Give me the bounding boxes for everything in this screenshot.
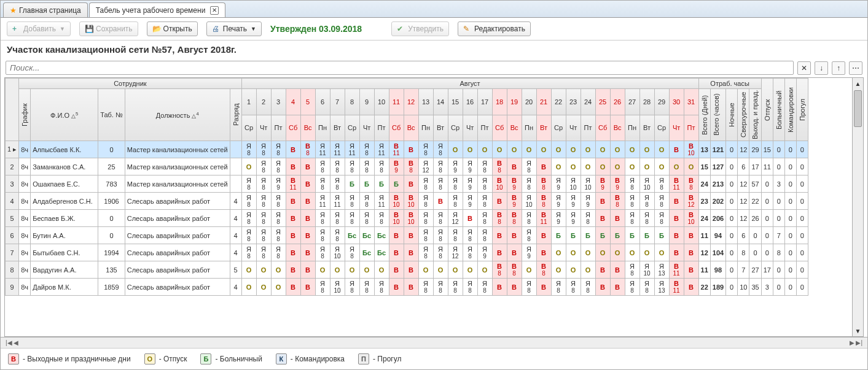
day-cell[interactable]: Я10 — [639, 175, 654, 193]
day-cell[interactable]: В9 — [389, 158, 404, 175]
day-cell[interactable]: Я8 — [625, 261, 639, 279]
day-cell[interactable]: О — [566, 244, 581, 261]
day-cell[interactable]: О — [433, 261, 448, 279]
day-cell[interactable]: Я8 — [418, 141, 433, 158]
day-cell[interactable]: В — [389, 261, 404, 279]
day-cell[interactable]: О — [463, 261, 477, 279]
day-cell[interactable]: Я8 — [477, 193, 492, 210]
day-cell[interactable]: О — [595, 141, 610, 158]
day-cell[interactable]: О — [241, 158, 256, 175]
day-cell[interactable]: Б — [374, 175, 389, 193]
day-cell[interactable]: Я11 — [315, 141, 330, 158]
edit-button[interactable]: ✎Редактировать — [458, 21, 531, 36]
day-cell[interactable]: Я8 — [522, 279, 536, 296]
day-cell[interactable]: Я8 — [330, 227, 345, 244]
day-cell[interactable]: О — [639, 158, 654, 175]
day-cell[interactable]: О — [359, 261, 374, 279]
day-cell[interactable]: Я8 — [271, 244, 286, 261]
day-cell[interactable]: Я8 — [345, 279, 359, 296]
day-cell[interactable]: В — [433, 193, 448, 210]
print-button[interactable]: 🖨Печать▼ — [206, 21, 262, 36]
day-cell[interactable]: О — [625, 244, 639, 261]
table-row[interactable]: 68чБутин А.А.0Слесарь аварийных работ4Я8… — [6, 227, 808, 244]
day-cell[interactable]: В8 — [536, 175, 551, 193]
day-cell[interactable]: О — [610, 141, 625, 158]
day-cell[interactable]: Я9 — [581, 193, 595, 210]
day-cell[interactable]: В8 — [300, 141, 315, 158]
add-button[interactable]: +Добавить▼ — [7, 21, 71, 36]
day-cell[interactable]: Я11 — [374, 193, 389, 210]
day-cell[interactable]: Я12 — [448, 244, 463, 261]
day-cell[interactable]: Бс — [359, 244, 374, 261]
day-cell[interactable]: В — [286, 158, 300, 175]
day-cell[interactable]: Я8 — [477, 210, 492, 227]
day-cell[interactable]: Я8 — [639, 279, 654, 296]
day-cell[interactable]: Я9 — [551, 193, 566, 210]
day-cell[interactable]: В — [300, 261, 315, 279]
day-cell[interactable]: О — [581, 141, 595, 158]
day-cell[interactable]: В8 — [684, 175, 698, 193]
day-cell[interactable]: О — [463, 141, 477, 158]
day-cell[interactable]: Я9 — [477, 244, 492, 261]
day-cell[interactable]: Я8 — [315, 158, 330, 175]
day-cell[interactable]: В8 — [536, 261, 551, 279]
day-cell[interactable]: Я9 — [566, 210, 581, 227]
day-cell[interactable]: Я8 — [448, 175, 463, 193]
day-cell[interactable]: В11 — [669, 261, 684, 279]
day-cell[interactable]: Я8 — [359, 279, 374, 296]
day-cell[interactable]: Я8 — [315, 227, 330, 244]
day-cell[interactable]: Я8 — [241, 244, 256, 261]
day-cell[interactable]: Я8 — [256, 193, 271, 210]
day-cell[interactable]: Я8 — [345, 158, 359, 175]
day-cell[interactable]: В — [300, 158, 315, 175]
day-cell[interactable]: О — [492, 141, 507, 158]
day-cell[interactable]: О — [241, 261, 256, 279]
day-cell[interactable]: О — [566, 261, 581, 279]
day-cell[interactable]: Бс — [345, 227, 359, 244]
day-cell[interactable]: О — [522, 261, 536, 279]
day-cell[interactable]: Я8 — [625, 175, 639, 193]
day-cell[interactable]: Я8 — [433, 279, 448, 296]
day-cell[interactable]: О — [477, 261, 492, 279]
day-cell[interactable]: Я8 — [448, 279, 463, 296]
day-cell[interactable]: О — [581, 244, 595, 261]
day-cell[interactable]: Б — [345, 175, 359, 193]
day-cell[interactable]: В — [610, 279, 625, 296]
day-cell[interactable]: О — [625, 141, 639, 158]
tab-close-button[interactable]: ✕ — [210, 6, 219, 15]
day-cell[interactable]: Я8 — [418, 279, 433, 296]
day-cell[interactable]: В — [389, 279, 404, 296]
day-cell[interactable]: О — [448, 141, 463, 158]
day-cell[interactable]: О — [566, 141, 581, 158]
day-cell[interactable]: В — [404, 279, 418, 296]
more-button[interactable]: ⋯ — [849, 61, 862, 75]
day-cell[interactable]: Я8 — [477, 279, 492, 296]
day-cell[interactable]: Я8 — [271, 141, 286, 158]
day-cell[interactable]: О — [639, 141, 654, 158]
day-cell[interactable]: В10 — [492, 175, 507, 193]
day-cell[interactable]: Я8 — [625, 193, 639, 210]
day-cell[interactable]: В — [463, 210, 477, 227]
day-cell[interactable]: Я8 — [241, 210, 256, 227]
day-cell[interactable]: В — [595, 261, 610, 279]
day-cell[interactable]: В — [536, 244, 551, 261]
day-cell[interactable]: Я9 — [463, 158, 477, 175]
day-cell[interactable]: В — [492, 227, 507, 244]
day-cell[interactable]: В — [300, 175, 315, 193]
day-cell[interactable]: В — [389, 227, 404, 244]
day-cell[interactable]: Я8 — [345, 210, 359, 227]
day-cell[interactable]: Я8 — [374, 158, 389, 175]
day-cell[interactable]: О — [684, 158, 698, 175]
day-cell[interactable]: Я8 — [581, 279, 595, 296]
day-cell[interactable]: Я10 — [522, 193, 536, 210]
col-tabno[interactable]: Таб. № — [98, 89, 125, 141]
clear-search-button[interactable]: ✕ — [797, 61, 811, 75]
day-cell[interactable]: О — [536, 141, 551, 158]
day-cell[interactable]: Я8 — [359, 193, 374, 210]
day-cell[interactable]: Бс — [374, 227, 389, 244]
day-cell[interactable]: Б — [566, 227, 581, 244]
day-cell[interactable]: Я8 — [522, 210, 536, 227]
day-cell[interactable]: Я8 — [418, 210, 433, 227]
day-cell[interactable]: В — [404, 141, 418, 158]
day-cell[interactable]: В — [404, 175, 418, 193]
